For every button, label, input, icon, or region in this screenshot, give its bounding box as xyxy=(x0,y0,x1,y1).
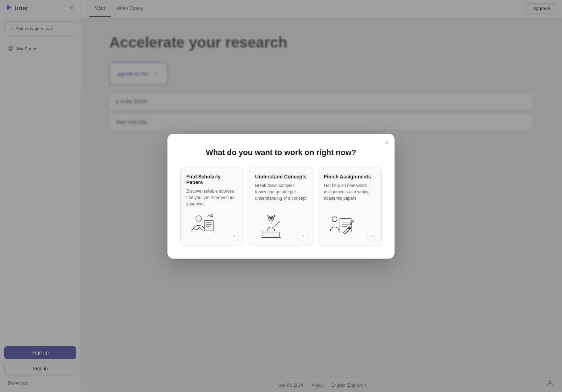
svg-rect-4 xyxy=(205,220,213,231)
card-concepts-arrow: → xyxy=(298,231,308,241)
card-scholarly-papers[interactable]: Find Scholarly Papers Discover reliable … xyxy=(180,167,244,246)
card-concepts-title: Understand Concepts xyxy=(255,174,307,180)
modal-close-button[interactable]: × xyxy=(385,139,389,146)
card-assignments-arrow: → xyxy=(367,231,376,241)
modal-cards: Find Scholarly Papers Discover reliable … xyxy=(180,167,382,246)
modal-title: What do you want to work on right now? xyxy=(180,148,382,157)
svg-point-3 xyxy=(196,216,202,221)
svg-point-14 xyxy=(332,217,337,222)
modal-overlay[interactable]: × What do you want to work on right now?… xyxy=(0,0,562,392)
svg-point-8 xyxy=(211,215,213,217)
modal: × What do you want to work on right now?… xyxy=(167,134,395,259)
svg-rect-15 xyxy=(340,219,351,232)
card-finish-assignments[interactable]: Finish Assignments Get help on homework … xyxy=(318,167,382,246)
svg-point-11 xyxy=(270,218,272,219)
svg-rect-12 xyxy=(263,232,279,238)
card-understand-concepts[interactable]: Understand Concepts Break down complex t… xyxy=(249,167,313,246)
card-scholarly-title: Find Scholarly Papers xyxy=(186,174,238,185)
card-assignments-title: Finish Assignments xyxy=(324,174,376,180)
card-concepts-desc: Break down complex topics and get deeper… xyxy=(255,182,307,207)
card-scholarly-desc: Discover reliable sources that you can r… xyxy=(186,188,238,207)
card-assignments-desc: Get help on homework assignments and wri… xyxy=(324,182,376,207)
card-scholarly-arrow: → xyxy=(229,231,239,241)
